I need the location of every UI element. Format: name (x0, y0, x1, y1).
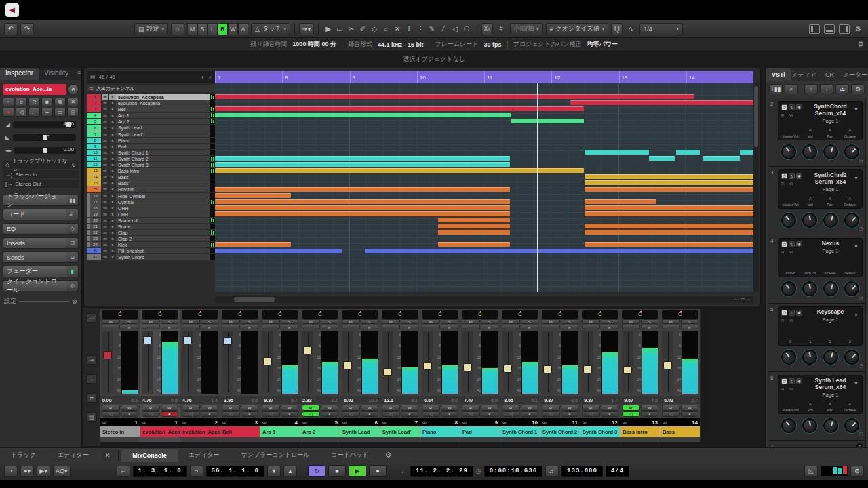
channel-name[interactable]: Synth Chord 3 (580, 426, 620, 437)
track-solo-button[interactable]: s (108, 174, 116, 180)
clip[interactable] (215, 94, 694, 99)
knob-vol[interactable] (801, 417, 818, 434)
zoom-controls[interactable]: －▭⌄ (734, 296, 751, 303)
read-automation-button[interactable]: R (542, 405, 560, 411)
wave-icon[interactable]: ∿ (625, 23, 637, 35)
strip-edit-button[interactable]: e (361, 325, 379, 329)
strip-solo-button[interactable]: S (201, 319, 219, 324)
strip-mute-button[interactable]: M (382, 319, 400, 324)
knob-mastervol[interactable] (778, 415, 799, 436)
zone-tab-エディター[interactable]: エディター (178, 448, 231, 462)
read-automation-button[interactable]: R (422, 405, 440, 411)
write-automation-button[interactable]: W (481, 405, 499, 411)
clip[interactable] (215, 205, 510, 210)
channel-name[interactable]: Synth Lead (340, 426, 380, 437)
instrument-display[interactable]: ⏻↻✱R WSynthChordSerum_x64Page 1▼AAAMaste… (778, 101, 863, 140)
write-automation-button[interactable]: W (521, 405, 539, 411)
infobar-gear-icon[interactable]: ⚙ (857, 40, 864, 49)
strip-solo-button[interactable]: S (601, 319, 619, 324)
punch-out-button[interactable]: ▲ (283, 466, 297, 477)
clip[interactable] (585, 230, 753, 235)
monitor-button[interactable]: ◁ (462, 411, 480, 417)
track-solo-button[interactable]: s (108, 180, 116, 186)
strip-solo-button[interactable]: S (361, 319, 379, 324)
search-icon[interactable]: ⌕ (209, 74, 212, 81)
power-icon[interactable]: ⏻ (781, 173, 787, 179)
write-automation-button[interactable]: W (361, 405, 379, 411)
clip[interactable] (585, 211, 753, 216)
record-arm-button[interactable]: ● (361, 411, 379, 417)
mixer-strip[interactable]: CMSe06121824402.83-2.2RW◁●∞5Arp 2 (300, 309, 340, 442)
retro-record-button[interactable]: ▶▾ (37, 466, 50, 477)
erase-tool[interactable]: ◇ (369, 23, 380, 35)
read-automation-button[interactable]: R (622, 405, 640, 411)
strip-mute-button[interactable]: M (662, 319, 680, 324)
channel-name[interactable]: Synth Chord 2 (540, 426, 580, 437)
section-icon[interactable]: ▮ (66, 266, 79, 277)
clip[interactable] (585, 150, 649, 155)
mixer-strip[interactable]: CMSe0612182440-6.022.7RW◁●∞14Bass (660, 309, 701, 442)
track-mute-button[interactable]: m (101, 211, 108, 217)
track-mute-button[interactable]: m (101, 180, 108, 186)
pan-handle[interactable] (43, 135, 47, 140)
track-row[interactable]: 19msCHH (87, 211, 215, 218)
mixer-strip[interactable]: CMSe0612182440-12.1-8.1RW◁●∞7Synth Lead' (380, 309, 420, 442)
strip-solo-button[interactable]: S (641, 319, 659, 324)
track-solo-button[interactable]: s (108, 230, 116, 235)
history-clock-icon[interactable]: ◷ (859, 157, 863, 163)
pan-control[interactable]: C (462, 310, 498, 319)
fader-handle[interactable] (463, 363, 472, 371)
volume-slider[interactable]: 4.76 (13, 121, 76, 128)
fader-track[interactable] (382, 331, 393, 394)
strip-edit-button[interactable]: e (441, 325, 459, 329)
track-mute-button[interactable]: m (101, 242, 108, 247)
fader-handle[interactable] (183, 336, 192, 344)
mixer-strip[interactable]: CMSe0612182440-9.67-4.8RW◁●∞13Bass intro (620, 309, 660, 442)
strip-listen-button[interactable] (542, 325, 560, 329)
track-solo-button[interactable]: s (108, 168, 116, 174)
comp-tool[interactable]: ⫴ (403, 23, 415, 35)
lock-button[interactable]: ⌐ (41, 108, 53, 117)
write-automation-button[interactable]: W (121, 405, 139, 411)
clip[interactable] (438, 224, 510, 228)
inspector-section-トラックバージョン[interactable]: トラックバージョン▮▮ (3, 195, 79, 206)
monitor-button[interactable]: ◁ (262, 411, 280, 417)
strip-listen-button[interactable] (182, 325, 200, 329)
move-up-icon[interactable]: ↑ (804, 84, 818, 94)
record-arm-button[interactable]: ● (681, 411, 699, 417)
audio-quantize-button[interactable]: AQ▾ (53, 466, 71, 477)
right-tab-CR[interactable]: CR (817, 68, 843, 81)
clip[interactable] (703, 156, 740, 161)
pan-control[interactable]: C (142, 310, 178, 319)
track-solo-button[interactable]: s (108, 125, 116, 130)
track-row[interactable]: 2msevolution_Accapella' (87, 100, 215, 106)
quantize-value-combo[interactable]: 1/4◔ (639, 23, 683, 35)
goto-left-locator-button[interactable]: ⌐ (117, 466, 130, 477)
track-solo-button[interactable]: s (108, 138, 116, 143)
track-mute-button[interactable]: m (101, 193, 108, 199)
track-mute-button[interactable]: m (101, 230, 108, 235)
link-icon[interactable]: ↦ (86, 355, 97, 365)
fader-handle[interactable] (503, 365, 512, 373)
strip-edit-button[interactable]: e (321, 325, 339, 329)
monitor-button[interactable]: ◁ (16, 108, 27, 117)
right-tab-VSTi[interactable]: VSTi (766, 68, 791, 81)
grid-type-combo[interactable]: 小節/拍▾ (510, 23, 543, 35)
tempo-display[interactable]: 133.000 (561, 466, 603, 477)
read-automation-button[interactable]: R (102, 405, 120, 411)
mixer-strip[interactable]: CMSe0612182440-8.65-5.1RW◁●∞10Synth Chor… (500, 309, 540, 442)
record-arm-button[interactable]: ● (401, 411, 419, 417)
clip[interactable] (585, 205, 753, 210)
play-tool[interactable]: ◁ (450, 23, 461, 35)
track-solo-button[interactable]: s (108, 162, 116, 167)
strip-mute-button[interactable]: M (622, 319, 640, 324)
monitor-button[interactable]: ◁ (342, 411, 360, 417)
fader-track[interactable] (662, 331, 673, 394)
write-automation-button[interactable]: W (161, 405, 179, 411)
read-button[interactable]: R (28, 98, 40, 106)
power-icon[interactable]: ⏻ (781, 378, 787, 384)
channel-name[interactable]: Bass (660, 426, 700, 437)
track-solo-button[interactable]: s (108, 224, 116, 229)
track-mute-button[interactable]: m (101, 174, 108, 180)
gear-icon[interactable]: ✱ (796, 310, 802, 316)
